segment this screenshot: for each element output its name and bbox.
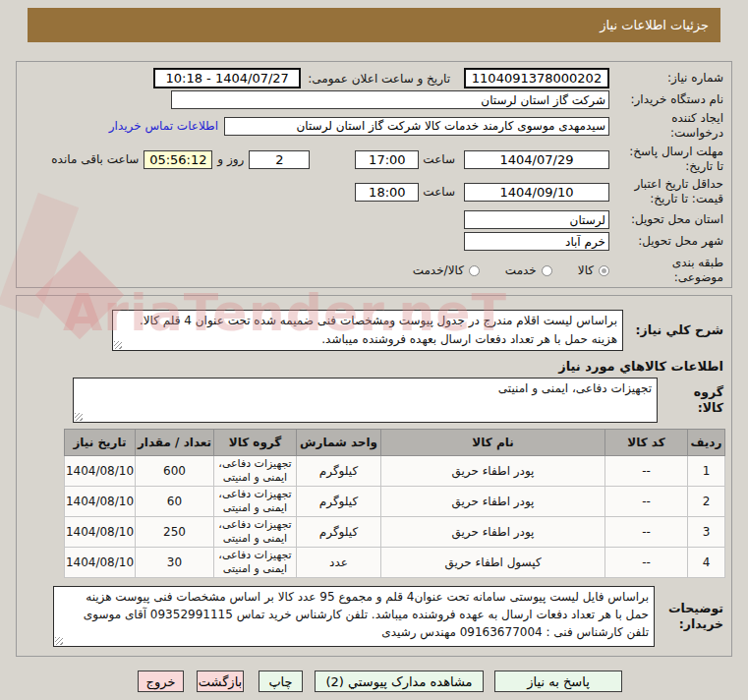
need-desc-label: شرح کلي نیاز: [625,322,723,338]
view-attachments-button[interactable]: مشاهده مدارک پیوستي (2) [315,671,484,692]
price-validity-hour-label: ساعت [423,185,455,199]
table-row: 3--پودر اطفاء حریقکیلوگرمتجهیزات دفاعی، … [65,517,725,548]
table-row: 4--کپسول اطفاء حریقعددتجهیزات دفاعی، ایم… [65,548,725,578]
buyer-contact-link[interactable]: اطلاعات تماس خریدار [109,119,218,133]
row-buyer-org: نام دستگاه خریدار: [17,90,731,109]
goods-group-text: تجهیزات دفاعی، ایمنی و امنیتی [498,381,652,395]
table-header-cell: گروه کالا [214,430,297,456]
table-cell: -- [605,456,688,487]
row-response-deadline: مهلت ارسال پاسخ: تا تاریخ: ساعت روز و سا… [17,145,731,174]
delivery-city-label: شهر محل تحویل: [619,234,723,249]
resize-handle-icon[interactable] [114,341,122,349]
request-creator-label: ایجاد کننده درخواست: [619,111,723,141]
remaining-time-input[interactable] [144,150,212,169]
back-button[interactable]: بازگشت [197,671,244,692]
response-hour-label: ساعت [423,152,455,166]
radio-goods-label: کالا [578,263,594,277]
response-deadline-date-input[interactable] [464,150,609,169]
row-subject-class: طبقه بندی موضوعی: کالا خدمت کالا/خدمت [17,256,731,285]
table-cell: 1404/08/10 [65,487,136,517]
row-need-number: شماره نیاز: تاریخ و ساعت اعلان عمومی: [17,68,731,88]
goods-info-heading: اطلاعات کالاهاي مورد نیاز [17,359,731,374]
table-header-cell: کد کالا [605,430,688,456]
buyer-notes-label: توضیحات خریدار: [659,601,723,633]
response-deadline-label: مهلت ارسال پاسخ: تا تاریخ: [619,145,723,174]
table-header-cell: تاریخ نیاز [65,430,136,456]
need-number-input[interactable] [464,68,609,88]
table-header-cell: نام کالا [381,430,605,456]
announce-datetime-input[interactable] [153,68,301,88]
table-cell: کیلوگرم [297,487,381,517]
table-header-cell: واحد شمارش [297,430,381,456]
subject-class-label: طبقه بندی موضوعی: [619,256,723,285]
radio-goods-service-label: کالا/خدمت [413,263,464,277]
delivery-province-input[interactable] [464,210,609,229]
announce-datetime-label: تاریخ و ساعت اعلان عمومی: [308,72,450,86]
table-cell: -- [605,517,688,548]
table-cell: 600 [136,456,214,487]
table-cell: -- [605,548,688,578]
table-header-cell: ردیف [688,430,725,456]
table-cell: 30 [136,548,214,578]
table-cell: عدد [297,548,381,578]
radio-service[interactable] [542,265,552,276]
table-cell: تجهیزات دفاعی، ایمنی و امنیتی [214,517,297,548]
radio-service-label: خدمت [505,263,537,277]
table-cell: 1 [688,456,725,487]
table-cell: تجهیزات دفاعی، ایمنی و امنیتی [214,456,297,487]
exit-button[interactable]: خروج [138,671,184,692]
row-delivery-city: شهر محل تحویل: [17,232,731,251]
resize-handle-icon[interactable] [75,413,83,421]
row-price-validity: حداقل تاریخ اعتبار قیمت: تا تاریخ: ساعت [17,177,731,206]
button-bar: پاسخ به نیاز مشاهده مدارک پیوستي (2) چاپ… [138,671,622,692]
need-info-groupbox: شماره نیاز: تاریخ و ساعت اعلان عمومی: نا… [16,61,732,288]
response-deadline-time-input[interactable] [355,150,419,169]
goods-group-textarea[interactable]: تجهیزات دفاعی، ایمنی و امنیتی [73,378,658,423]
price-validity-date-input[interactable] [464,183,609,202]
print-button[interactable]: چاپ [259,671,303,692]
row-need-desc: شرح کلي نیاز: براساس لیست اقلام مندرج در… [17,310,731,351]
table-cell: 2 [688,487,725,517]
table-cell: 3 [688,517,725,548]
table-cell: کیلوگرم [297,517,381,548]
need-desc-text: براساس لیست اقلام مندرج در جدول پیوست وم… [140,314,617,346]
table-cell: -- [605,487,688,517]
table-cell: 1404/08/10 [65,517,136,548]
goods-info-groupbox: شرح کلي نیاز: براساس لیست اقلام مندرج در… [16,295,732,657]
table-row: 2--پودر اطفاء حریقکیلوگرمتجهیزات دفاعی، … [65,487,725,517]
radio-goods[interactable] [599,265,609,276]
need-number-label: شماره نیاز: [619,71,723,86]
table-cell: 4 [688,548,725,578]
goods-table-header: ردیفکد کالانام کالاواحد شمارشگروه کالاتع… [65,430,725,456]
delivery-province-label: استان محل تحویل: [619,212,723,227]
table-cell: 1404/08/10 [65,456,136,487]
table-cell: پودر اطفاء حریق [381,456,605,487]
need-desc-textarea[interactable]: براساس لیست اقلام مندرج در جدول پیوست وم… [112,310,623,351]
table-cell: تجهیزات دفاعی، ایمنی و امنیتی [214,487,297,517]
buyer-notes-text: براساس فایل لیست پیوستی سامانه تحت عنوان… [84,590,649,639]
respond-to-need-button[interactable]: پاسخ به نیاز [494,671,622,692]
table-cell: 1404/08/10 [65,548,136,578]
goods-group-label: گروه کالا: [665,384,723,417]
price-validity-label: حداقل تاریخ اعتبار قیمت: تا تاریخ: [619,177,723,206]
row-delivery-province: استان محل تحویل: [17,210,731,229]
buyer-org-input[interactable] [171,90,609,109]
request-creator-input[interactable] [224,117,609,136]
page-title: جزئیات اطلاعات نیاز [28,8,720,42]
table-cell: پودر اطفاء حریق [381,517,605,548]
radio-goods-service[interactable] [469,265,480,276]
table-cell: کیلوگرم [297,456,381,487]
buyer-notes-textarea[interactable]: براساس فایل لیست پیوستی سامانه تحت عنوان… [53,586,655,647]
resize-handle-icon[interactable] [55,637,63,645]
row-request-creator: ایجاد کننده درخواست: اطلاعات تماس خریدار [17,111,731,141]
page-title-text: جزئیات اطلاعات نیاز [600,18,709,32]
remaining-days-input[interactable] [249,150,310,169]
table-cell: پودر اطفاء حریق [381,487,605,517]
goods-table: ردیفکد کالانام کالاواحد شمارشگروه کالاتع… [64,429,725,578]
price-validity-time-input[interactable] [355,183,419,202]
row-buyer-notes: توضیحات خریدار: براساس فایل لیست پیوستی … [17,586,731,647]
delivery-city-input[interactable] [464,232,609,251]
table-cell: 250 [136,517,214,548]
buyer-org-label: نام دستگاه خریدار: [619,92,723,107]
table-header-cell: تعداد / مقدار [136,430,214,456]
